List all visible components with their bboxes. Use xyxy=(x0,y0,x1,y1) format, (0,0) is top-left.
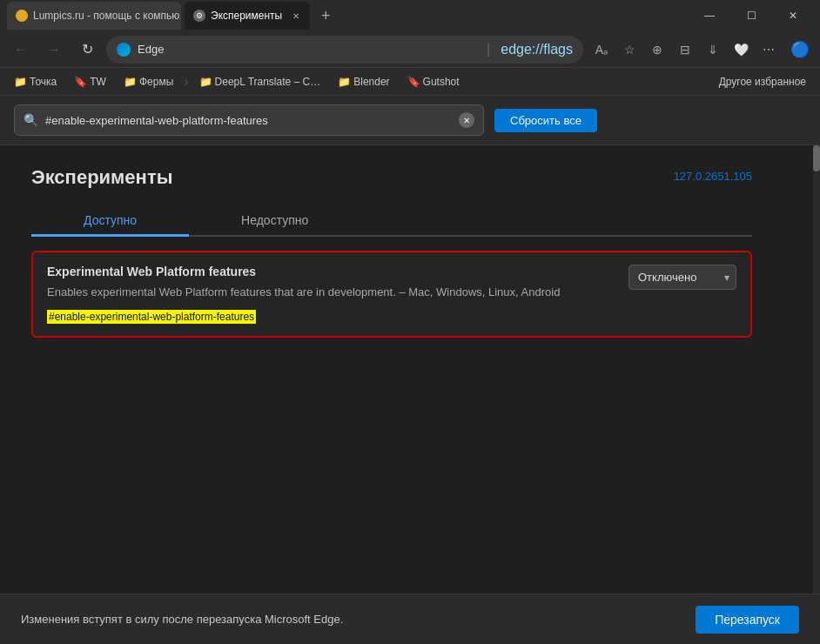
tab-label-experiments: Эксперименты xyxy=(211,10,282,22)
forward-button[interactable]: → xyxy=(40,36,68,64)
bookmark-icon-tw: 🔖 xyxy=(74,76,86,88)
window-controls: — ☐ ✕ xyxy=(689,2,813,30)
flags-search-bar: 🔍 ✕ Сбросить все xyxy=(0,96,820,145)
bookmark-tw[interactable]: 🔖 TW xyxy=(67,74,113,90)
scrollbar-thumb[interactable] xyxy=(813,145,820,171)
more-button[interactable]: ⋯ xyxy=(756,37,782,63)
back-button[interactable]: ← xyxy=(7,36,35,64)
feature-card: Experimental Web Platform features Enabl… xyxy=(31,251,752,338)
bookmark-label-tw: TW xyxy=(90,76,106,88)
tab-unavailable-label: Недоступно xyxy=(241,213,308,227)
feature-flag-id: #enable-experimental-web-platform-featur… xyxy=(47,310,256,324)
tab-lumpics[interactable]: Lumpics.ru - помощь с компью… ✕ xyxy=(7,2,181,30)
scrollbar-track xyxy=(813,145,820,610)
restart-button[interactable]: Перезапуск xyxy=(696,606,799,634)
bookmark-deepl[interactable]: 📁 DeepL Translate – С… xyxy=(192,74,328,90)
bookmark-label-gutshot: Gutshot xyxy=(423,76,460,88)
feature-info: Experimental Web Platform features Enabl… xyxy=(47,265,615,324)
flags-version: 127.0.2651.105 xyxy=(674,166,752,183)
favorites-sidebar-button[interactable]: 🤍 xyxy=(728,37,754,63)
tab-unavailable[interactable]: Недоступно xyxy=(189,206,360,235)
bookmark-icon-blender: 📁 xyxy=(338,76,350,88)
new-tab-button[interactable]: + xyxy=(313,3,338,28)
reset-all-button[interactable]: Сбросить все xyxy=(494,109,597,132)
other-bookmarks-label: Другое избранное xyxy=(719,76,806,88)
search-input-wrap[interactable]: 🔍 ✕ xyxy=(14,104,484,136)
reader-view-button[interactable]: Aₐ xyxy=(588,37,615,63)
bookmark-fermy[interactable]: 📁 Фермы xyxy=(117,74,180,90)
bookmark-label-deepl: DeepL Translate – С… xyxy=(215,76,321,88)
tab-available[interactable]: Доступно xyxy=(31,206,189,237)
feature-control: По умолчанию Включено Отключено xyxy=(628,265,736,290)
nav-icons: Aₐ ☆ ⊕ ⊟ ⇓ 🤍 ⋯ xyxy=(588,37,782,63)
tab-experiments[interactable]: ⚙ Эксперименты ✕ xyxy=(185,2,310,30)
feature-description: Enables experimental Web Platform featur… xyxy=(47,284,615,301)
other-bookmarks[interactable]: Другое избранное xyxy=(712,74,813,90)
bookmark-tochka[interactable]: 📁 Точка xyxy=(7,74,64,90)
bookmark-chevron: › xyxy=(184,74,188,90)
split-view-button[interactable]: ⊟ xyxy=(672,37,698,63)
flags-tabs: Доступно Недоступно xyxy=(31,206,752,237)
downloads-button[interactable]: ⇓ xyxy=(700,37,726,63)
maximize-button[interactable]: ☐ xyxy=(731,2,771,30)
feature-select-wrapper[interactable]: По умолчанию Включено Отключено xyxy=(628,265,736,290)
address-bar[interactable]: Edge | edge://flags xyxy=(106,36,583,64)
copilot-button[interactable]: 🔵 xyxy=(787,37,813,63)
bookmark-label-tochka: Точка xyxy=(30,76,57,88)
search-icon: 🔍 xyxy=(24,113,38,127)
flags-header: Эксперименты 127.0.2651.105 xyxy=(31,166,752,189)
tab-available-label: Доступно xyxy=(84,213,137,227)
refresh-button[interactable]: ↻ xyxy=(73,36,101,64)
tab-favicon-experiments: ⚙ xyxy=(193,10,205,22)
bookmark-icon-deepl: 📁 xyxy=(199,76,212,88)
bookmark-gutshot[interactable]: 🔖 Gutshot xyxy=(400,74,467,90)
address-brand: Edge xyxy=(138,43,476,56)
bookmark-blender[interactable]: 📁 Blender xyxy=(331,74,396,90)
bookmark-icon-fermy: 📁 xyxy=(124,76,136,88)
edge-logo-icon xyxy=(117,43,131,57)
titlebar: Lumpics.ru - помощь с компью… ✕ ⚙ Экспер… xyxy=(0,0,820,31)
flags-title: Эксперименты xyxy=(31,166,172,189)
bottom-bar: Изменения вступят в силу после перезапус… xyxy=(0,594,820,644)
bookmark-icon-gutshot: 🔖 xyxy=(407,76,420,88)
minimize-button[interactable]: — xyxy=(689,2,729,30)
flags-search-input[interactable] xyxy=(45,114,452,127)
feature-name: Experimental Web Platform features xyxy=(47,265,615,278)
flags-page: Эксперименты 127.0.2651.105 Доступно Нед… xyxy=(0,145,783,359)
navbar: ← → ↻ Edge | edge://flags Aₐ ☆ ⊕ ⊟ ⇓ 🤍 ⋯… xyxy=(0,31,820,68)
tab-close-experiments[interactable]: ✕ xyxy=(291,10,301,23)
address-separator: | xyxy=(487,42,490,57)
restart-note: Изменения вступят в силу после перезапус… xyxy=(21,613,343,626)
bookmark-label-blender: Blender xyxy=(353,76,389,88)
close-button[interactable]: ✕ xyxy=(773,2,813,30)
tab-favicon-lumpics xyxy=(16,10,28,22)
bookmark-label-fermy: Фермы xyxy=(139,76,173,88)
feature-select[interactable]: По умолчанию Включено Отключено xyxy=(628,265,736,290)
address-url[interactable]: edge://flags xyxy=(501,42,573,57)
search-clear-button[interactable]: ✕ xyxy=(459,112,474,128)
bookmarks-bar: 📁 Точка 🔖 TW 📁 Фермы › 📁 DeepL Translate… xyxy=(0,68,820,96)
tab-label-lumpics: Lumpics.ru - помощь с компью… xyxy=(33,10,181,22)
favorites-button[interactable]: ☆ xyxy=(616,37,642,63)
collections-button[interactable]: ⊕ xyxy=(644,37,670,63)
bookmark-icon-tochka: 📁 xyxy=(14,76,26,88)
